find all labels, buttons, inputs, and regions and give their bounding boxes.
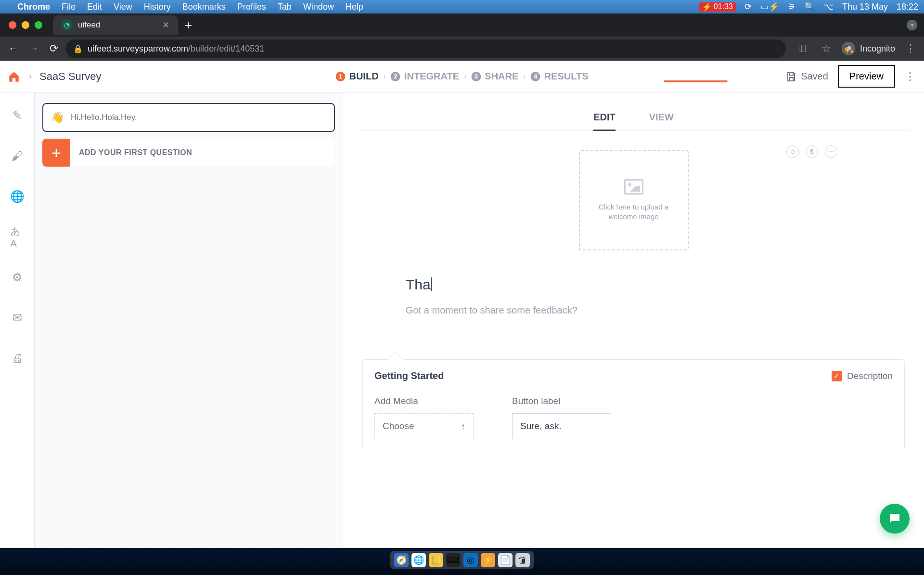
tab-edit[interactable]: EDIT bbox=[593, 112, 616, 131]
upload-hint-text: Click here to upload a welcome image bbox=[580, 202, 688, 222]
menubar-app[interactable]: Chrome bbox=[17, 2, 50, 12]
browser-tab[interactable]: ◔ uifeed ✕ bbox=[53, 15, 178, 35]
eye-off-icon[interactable]: 👁̷ bbox=[794, 40, 811, 57]
editor-canvas: EDIT VIEW ☺ $ ⋯ Click here to upload a w… bbox=[343, 92, 924, 548]
battery-time: 01:33 bbox=[714, 2, 733, 11]
dock-app1[interactable]: ◎ bbox=[463, 553, 478, 567]
menu-profiles[interactable]: Profiles bbox=[237, 2, 266, 12]
spotlight-icon[interactable]: 🔍 bbox=[804, 1, 815, 12]
print-icon[interactable]: 🖨 bbox=[11, 352, 24, 365]
incognito-label: Incognito bbox=[860, 44, 895, 54]
upload-welcome-image[interactable]: Click here to upload a welcome image bbox=[579, 150, 689, 250]
getting-started-panel: Getting Started ✓ Description Add Media … bbox=[362, 359, 905, 450]
bookmark-star-icon[interactable]: ☆ bbox=[818, 40, 835, 57]
button-label-input[interactable] bbox=[512, 413, 611, 439]
settings-title: Getting Started bbox=[374, 370, 444, 381]
image-placeholder-icon bbox=[624, 179, 643, 195]
more-options-icon[interactable]: ⋯ bbox=[825, 145, 837, 158]
text-cursor bbox=[431, 277, 432, 291]
lightning-icon: ⚡ bbox=[702, 2, 712, 12]
step-share[interactable]: 3 SHARE bbox=[471, 71, 518, 82]
menu-view[interactable]: View bbox=[114, 2, 132, 12]
menu-file[interactable]: File bbox=[62, 2, 76, 12]
welcome-subheading-input[interactable]: Got a moment to share some feedback? bbox=[406, 305, 861, 316]
forward-button[interactable]: → bbox=[25, 40, 42, 57]
button-label-label: Button label bbox=[512, 396, 611, 406]
emoji-icon[interactable]: ☺ bbox=[786, 145, 799, 158]
sync-icon[interactable]: ⟳ bbox=[744, 1, 752, 12]
translate-icon[interactable]: あA bbox=[11, 230, 24, 244]
control-center-icon[interactable]: ⌥ bbox=[823, 1, 834, 12]
survey-name[interactable]: SaaS Survey bbox=[39, 70, 101, 83]
new-tab-button[interactable]: + bbox=[185, 18, 192, 33]
paint-icon[interactable]: 🖌 bbox=[11, 149, 24, 163]
step-label: SHARE bbox=[485, 71, 518, 82]
dock-finder[interactable]: 🧭 bbox=[394, 553, 409, 567]
dock-terminal[interactable]: ⌨ bbox=[446, 553, 461, 567]
edit-view-tabs: EDIT VIEW bbox=[358, 112, 910, 131]
description-toggle[interactable]: ✓ Description bbox=[832, 371, 893, 381]
tab-close-button[interactable]: ✕ bbox=[162, 20, 169, 30]
menu-edit[interactable]: Edit bbox=[87, 2, 102, 12]
battery-low-indicator[interactable]: ⚡ 01:33 bbox=[699, 2, 736, 12]
dock-trash[interactable]: 🗑 bbox=[515, 553, 530, 567]
step-number: 1 bbox=[335, 72, 345, 81]
tab-view[interactable]: VIEW bbox=[649, 112, 674, 131]
macos-dock: 🧭 🌐 📒 ⌨ ◎ ⚡ 📄 🗑 bbox=[0, 548, 924, 575]
heading-text: Tha bbox=[406, 276, 431, 292]
step-build[interactable]: 1 BUILD bbox=[335, 71, 378, 82]
address-bar[interactable]: 🔒 uifeed.surveysparrow.com/builder/edit/… bbox=[65, 39, 786, 58]
saved-label: Saved bbox=[801, 71, 828, 82]
step-results[interactable]: 4 RESULTS bbox=[531, 71, 589, 82]
intercom-chat-button[interactable] bbox=[880, 504, 910, 534]
menubar-time[interactable]: 18:22 bbox=[897, 2, 918, 12]
mail-icon[interactable]: ✉ bbox=[11, 311, 24, 325]
wave-icon: 👋 bbox=[51, 111, 64, 124]
step-integrate[interactable]: 2 INTEGRATE bbox=[391, 71, 459, 82]
dock-notes[interactable]: 📒 bbox=[429, 553, 443, 567]
menu-window[interactable]: Window bbox=[303, 2, 334, 12]
step-label: RESULTS bbox=[544, 71, 589, 82]
menu-tab[interactable]: Tab bbox=[278, 2, 292, 12]
plus-icon: + bbox=[42, 139, 70, 167]
app-root: › SaaS Survey 1 BUILD › 2 INTEGRATE › 3 … bbox=[0, 61, 924, 548]
pencil-icon[interactable]: ✎ bbox=[11, 109, 24, 122]
variable-icon[interactable]: $ bbox=[806, 145, 818, 158]
dock-textedit[interactable]: 📄 bbox=[498, 553, 513, 567]
dock-app2[interactable]: ⚡ bbox=[481, 553, 495, 567]
choose-media-button[interactable]: Choose ↑ bbox=[374, 413, 474, 439]
globe-icon[interactable]: 🌐 bbox=[11, 190, 24, 203]
macos-menubar: Chrome File Edit View History Bookmarks … bbox=[0, 0, 924, 13]
incognito-indicator[interactable]: 🕵 Incognito bbox=[842, 42, 895, 55]
chrome-menu-button[interactable]: ⋮ bbox=[902, 40, 919, 57]
preview-button[interactable]: Preview bbox=[838, 65, 895, 88]
welcome-heading-input[interactable]: Tha bbox=[406, 276, 861, 297]
step-number: 4 bbox=[531, 72, 540, 81]
wifi-icon[interactable]: ⚞ bbox=[788, 1, 796, 12]
menu-bookmarks[interactable]: Bookmarks bbox=[182, 2, 226, 12]
tab-title: uifeed bbox=[78, 20, 100, 30]
add-question-label: ADD YOUR FIRST QUESTION bbox=[70, 148, 192, 157]
browser-toolbar: ← → ⟳ 🔒 uifeed.surveysparrow.com/builder… bbox=[0, 37, 924, 61]
welcome-screen-item[interactable]: 👋 Hi.Hello.Hola.Hey. bbox=[42, 103, 335, 132]
menu-help[interactable]: Help bbox=[346, 2, 363, 12]
gear-icon[interactable]: ⚙ bbox=[11, 271, 24, 284]
back-button[interactable]: ← bbox=[5, 40, 22, 57]
saved-indicator: Saved bbox=[785, 71, 828, 82]
incognito-icon: 🕵 bbox=[842, 42, 855, 55]
dock-chrome[interactable]: 🌐 bbox=[411, 553, 426, 567]
chevron-right-icon: › bbox=[523, 72, 526, 81]
home-icon[interactable] bbox=[7, 69, 21, 84]
step-label: BUILD bbox=[349, 71, 378, 82]
reload-button[interactable]: ⟳ bbox=[45, 40, 63, 57]
tab-favicon-icon: ◔ bbox=[62, 20, 72, 30]
add-question-button[interactable]: + ADD YOUR FIRST QUESTION bbox=[42, 139, 335, 167]
menu-history[interactable]: History bbox=[144, 2, 171, 12]
step-number: 3 bbox=[471, 72, 481, 81]
chat-icon bbox=[887, 511, 902, 526]
tab-search-button[interactable]: ▾ bbox=[907, 20, 917, 30]
menubar-date[interactable]: Thu 13 May bbox=[842, 2, 888, 12]
more-menu-button[interactable]: ⋮ bbox=[905, 70, 915, 83]
left-rail: ✎ 🖌 🌐 あA ⚙ ✉ 🖨 bbox=[0, 92, 35, 548]
battery-icon[interactable]: ▭⚡ bbox=[760, 1, 779, 12]
